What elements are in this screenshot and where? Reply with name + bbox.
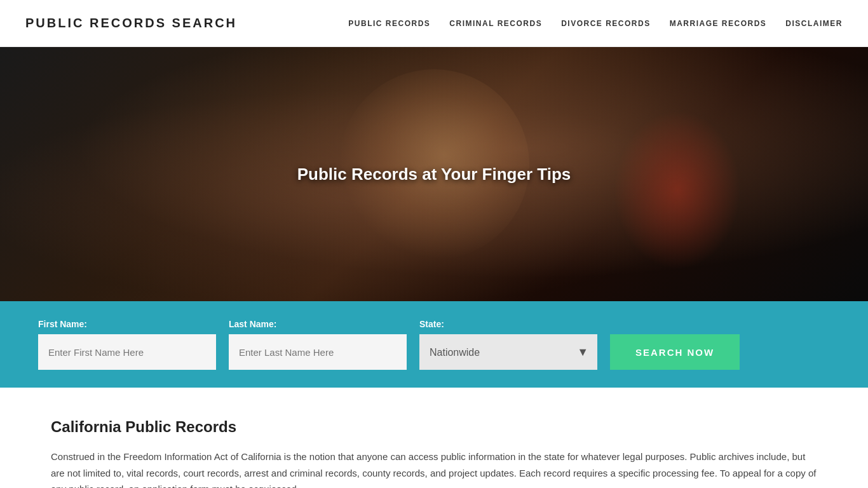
content-paragraph-1: Construed in the Freedom Information Act…	[51, 449, 817, 488]
content-section: California Public Records Construed in t…	[0, 388, 868, 488]
state-field: State: NationwideAlabamaAlaskaArizonaArk…	[419, 319, 597, 370]
last-name-input[interactable]	[229, 334, 407, 370]
site-title: PUBLIC RECORDS SEARCH	[25, 16, 237, 30]
first-name-field: First Name:	[38, 319, 216, 370]
nav-criminal-records[interactable]: CRIMINAL RECORDS	[449, 19, 542, 28]
first-name-label: First Name:	[38, 319, 216, 329]
last-name-field: Last Name:	[229, 319, 407, 370]
header: PUBLIC RECORDS SEARCH PUBLIC RECORDS CRI…	[0, 0, 868, 47]
state-select[interactable]: NationwideAlabamaAlaskaArizonaArkansasCa…	[419, 334, 597, 370]
nav-disclaimer[interactable]: DISCLAIMER	[785, 19, 843, 28]
first-name-input[interactable]	[38, 334, 216, 370]
search-bar: First Name: Last Name: State: Nationwide…	[0, 301, 868, 388]
nav-divorce-records[interactable]: DIVORCE RECORDS	[561, 19, 651, 28]
hero-title: Public Records at Your Finger Tips	[297, 165, 571, 184]
last-name-label: Last Name:	[229, 319, 407, 329]
state-label: State:	[419, 319, 597, 329]
hero-section: Public Records at Your Finger Tips	[0, 47, 868, 301]
nav-public-records[interactable]: PUBLIC RECORDS	[348, 19, 430, 28]
search-now-button[interactable]: SEARCH NOW	[610, 334, 740, 370]
hero-red-effect	[614, 111, 741, 269]
nav-marriage-records[interactable]: MARRIAGE RECORDS	[670, 19, 767, 28]
state-select-wrapper: NationwideAlabamaAlaskaArizonaArkansasCa…	[419, 334, 597, 370]
content-title: California Public Records	[51, 418, 817, 436]
nav: PUBLIC RECORDS CRIMINAL RECORDS DIVORCE …	[348, 19, 843, 28]
